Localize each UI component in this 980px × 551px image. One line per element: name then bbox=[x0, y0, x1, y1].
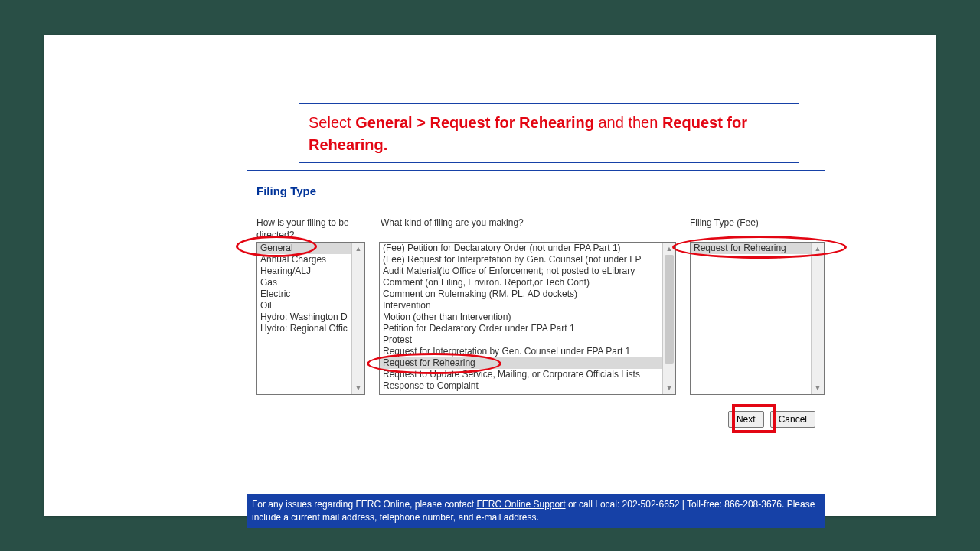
list-item[interactable]: Motion (other than Intervention) bbox=[380, 311, 663, 323]
list-item[interactable]: Response to Complaint bbox=[380, 380, 663, 392]
list-item[interactable]: Electric bbox=[257, 289, 352, 300]
list-item[interactable]: Hydro: Regional Offic bbox=[257, 323, 352, 334]
scroll-down-icon[interactable]: ▼ bbox=[352, 382, 364, 394]
list-item[interactable]: Request for Interpretation by Gen. Couns… bbox=[380, 346, 663, 357]
scroll-up-icon[interactable]: ▲ bbox=[812, 243, 824, 255]
scrollbar[interactable]: ▲ ▼ bbox=[662, 243, 675, 394]
list-item[interactable]: Intervention bbox=[380, 300, 663, 311]
listbox-kind-items[interactable]: (Fee) Petition for Declaratory Order (no… bbox=[380, 243, 663, 394]
list-item[interactable]: Oil bbox=[257, 300, 352, 311]
listbox-directed-items[interactable]: GeneralAnnual ChargesHearing/ALJGasElect… bbox=[257, 243, 352, 394]
footer-support-link[interactable]: FERC Online Support bbox=[476, 499, 565, 510]
list-item[interactable]: Request for Rehearing bbox=[380, 357, 663, 369]
list-item[interactable]: (Fee) Petition for Declaratory Order (no… bbox=[380, 243, 663, 254]
scroll-down-icon[interactable]: ▼ bbox=[812, 382, 824, 394]
page: Select General > Request for Rehearing a… bbox=[44, 35, 936, 516]
list-item[interactable]: Gas bbox=[257, 277, 352, 289]
scroll-thumb[interactable] bbox=[665, 255, 674, 364]
scroll-up-icon[interactable]: ▲ bbox=[352, 243, 364, 255]
list-item[interactable]: Request for Rehearing bbox=[691, 243, 812, 254]
list-item[interactable]: General bbox=[257, 243, 352, 254]
listbox-fee-items[interactable]: Request for Rehearing bbox=[691, 243, 812, 394]
list-item[interactable]: Protest bbox=[380, 334, 663, 346]
list-item[interactable]: Comment on Rulemaking (RM, PL, AD docket… bbox=[380, 289, 663, 300]
listbox-directed[interactable]: GeneralAnnual ChargesHearing/ALJGasElect… bbox=[256, 242, 365, 395]
instruction-text-2: and then bbox=[594, 114, 662, 131]
instruction-text-1: Select bbox=[309, 114, 355, 131]
panel-title: Filing Type bbox=[256, 184, 316, 197]
list-item[interactable]: Audit Material(to Office of Enforcement;… bbox=[380, 266, 663, 277]
button-row: Next Cancel bbox=[728, 411, 815, 428]
listbox-kind[interactable]: (Fee) Petition for Declaratory Order (no… bbox=[379, 242, 676, 395]
instruction-callout: Select General > Request for Rehearing a… bbox=[299, 103, 799, 163]
footer-text-1: For any issues regarding FERC Online, pl… bbox=[252, 499, 476, 510]
next-button[interactable]: Next bbox=[728, 411, 764, 428]
filing-type-panel: Filing Type How is your filing to be dir… bbox=[247, 170, 825, 528]
column-label-kind: What kind of filing are you making? bbox=[381, 217, 671, 229]
list-item[interactable]: Hydro: Washington D bbox=[257, 311, 352, 323]
list-item[interactable]: Request to Update Service, Mailing, or C… bbox=[380, 369, 663, 380]
instruction-bold-1: General > Request for Rehearing bbox=[355, 114, 594, 131]
scroll-down-icon[interactable]: ▼ bbox=[663, 382, 675, 394]
scrollbar[interactable]: ▲ ▼ bbox=[351, 243, 364, 394]
scrollbar[interactable]: ▲ ▼ bbox=[811, 243, 824, 394]
list-item[interactable]: (Fee) Request for Interpretation by Gen.… bbox=[380, 254, 663, 266]
listbox-fee[interactable]: Request for Rehearing ▲ ▼ bbox=[690, 242, 825, 395]
column-label-fee: Filing Type (Fee) bbox=[690, 217, 820, 229]
column-label-directed: How is your filing to be directed? bbox=[256, 217, 364, 241]
list-item[interactable]: Annual Charges bbox=[257, 254, 352, 266]
scroll-up-icon[interactable]: ▲ bbox=[663, 243, 675, 255]
footer-bar: For any issues regarding FERC Online, pl… bbox=[247, 494, 825, 527]
list-item[interactable]: Comment (on Filing, Environ. Report,or T… bbox=[380, 277, 663, 289]
list-item[interactable]: Petition for Declaratory Order under FPA… bbox=[380, 323, 663, 334]
list-item[interactable]: Hearing/ALJ bbox=[257, 266, 352, 277]
cancel-button[interactable]: Cancel bbox=[770, 411, 815, 428]
